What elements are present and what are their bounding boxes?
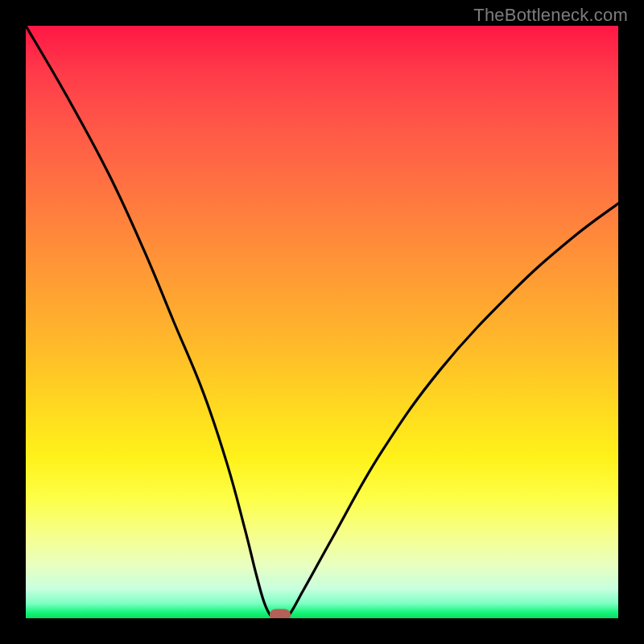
plot-area [26,26,618,618]
watermark-text: TheBottleneck.com [473,5,628,26]
chart-frame: TheBottleneck.com [0,0,644,644]
optimum-marker [270,609,291,618]
curve-path [26,26,618,618]
bottleneck-curve [26,26,618,618]
